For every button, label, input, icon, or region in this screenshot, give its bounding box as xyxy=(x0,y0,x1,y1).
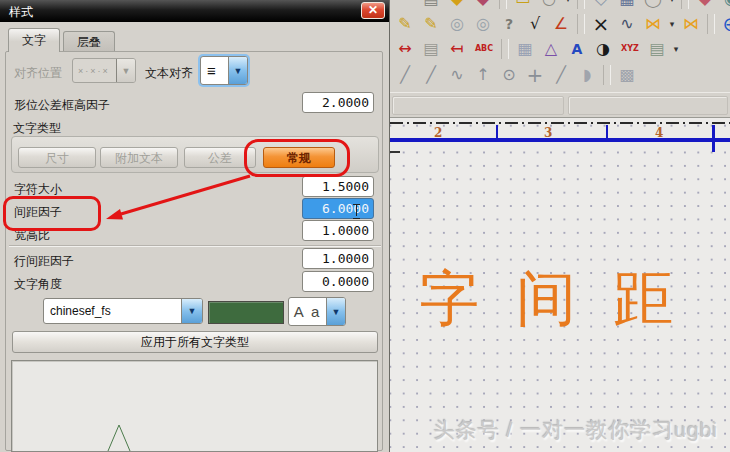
note-icon[interactable]: ▤ xyxy=(644,37,670,61)
drawing-canvas[interactable]: 2 3 4 字 间 距 头条号 / 一对一教你学习ugbi xyxy=(390,117,730,452)
font-select[interactable]: chinesef_fs ▼ xyxy=(43,298,203,324)
tab-text[interactable]: 文字 xyxy=(8,28,60,52)
toolbar-separator xyxy=(577,0,585,9)
wrench-tool-icon[interactable]: ◆ xyxy=(444,0,470,11)
table-icon[interactable]: ▦ xyxy=(614,0,640,11)
segment-icon[interactable]: ╱ xyxy=(548,63,574,87)
dialog-title: 样式 xyxy=(9,4,33,21)
line-spacing-input[interactable] xyxy=(302,248,374,269)
border-tick xyxy=(712,125,715,152)
text-angle-input[interactable] xyxy=(302,271,374,292)
dimension-x-icon[interactable]: ↤ xyxy=(444,37,470,61)
zoom-plane-icon[interactable]: ◎ xyxy=(470,12,496,36)
spacing-factor-input[interactable] xyxy=(302,198,374,219)
datum-target-icon[interactable]: ◑ xyxy=(590,37,616,61)
aspect-ratio-label: 宽高比 xyxy=(14,227,50,244)
char-size-label: 字符大小 xyxy=(14,181,62,198)
toolbar-separator xyxy=(577,14,585,34)
view-rotate-icon[interactable]: ◉ xyxy=(718,0,730,11)
pin-icon[interactable]: ◆ xyxy=(692,0,718,11)
line-icon[interactable]: ╱ xyxy=(392,63,418,87)
pencil-erase-icon[interactable]: ✎ xyxy=(392,12,418,36)
pencil-icon[interactable]: ✎ xyxy=(418,12,444,36)
apply-all-text-types-button[interactable]: 应用于所有文字类型 xyxy=(12,331,378,353)
text-align-select[interactable]: ≡ ▼ xyxy=(200,56,248,85)
angle-measure-icon[interactable]: ∠ xyxy=(548,12,574,36)
delete-x-icon[interactable]: × xyxy=(588,12,614,36)
plus-icon[interactable]: + xyxy=(522,63,548,87)
surface-icon[interactable]: ◗ xyxy=(574,63,600,87)
canvas-character: 字 xyxy=(419,266,479,332)
dialog-titlebar[interactable]: 样式 ✕ xyxy=(0,0,389,22)
section-divider xyxy=(9,245,381,247)
border-tick xyxy=(496,125,498,139)
help-icon[interactable]: ◯ xyxy=(640,0,666,11)
toolbar-row-2: ✎✎◎◎?√∠×∿⋈▾⋈⊕▾▣▾ xyxy=(392,12,730,36)
solid-box-icon[interactable]: ▩ xyxy=(614,63,640,87)
char-size-input[interactable] xyxy=(302,176,374,197)
align-position-select[interactable]: ×·×·× ▼ xyxy=(72,58,136,83)
sheet-edit-icon[interactable]: ▤ xyxy=(418,37,444,61)
close-button[interactable]: ✕ xyxy=(361,2,385,19)
chevron-down-icon[interactable]: ▼ xyxy=(228,57,247,84)
dimension-text-icon[interactable]: ABC xyxy=(470,37,498,61)
magnifier-plane-icon[interactable]: ◎ xyxy=(444,12,470,36)
toolbar-dock-strip xyxy=(390,92,730,118)
paint-tool-icon[interactable]: ◆ xyxy=(470,0,496,11)
color-swatch-button[interactable] xyxy=(208,301,284,324)
dropdown-icon[interactable]: ▾ xyxy=(666,12,678,36)
type-tolerance-button[interactable]: 公差 xyxy=(184,147,256,168)
toolbar-separator xyxy=(501,39,509,59)
align-left-icon: ≡ xyxy=(201,63,216,78)
line-spacing-label: 行间距因子 xyxy=(14,253,74,270)
case-select[interactable]: A a ▼ xyxy=(288,297,346,326)
toolbar-row-1: ▤◆◆▭◔▾◇▦◯▾◆◉◉ xyxy=(390,0,730,11)
align-position-label: 对齐位置 xyxy=(14,65,62,82)
preview-panel xyxy=(11,360,378,452)
type-dimension-button[interactable]: 尺寸 xyxy=(18,147,96,168)
sqrt-check-icon[interactable]: √ xyxy=(522,12,548,36)
toolbar-separator xyxy=(681,0,689,9)
drawing-border-line xyxy=(390,138,730,142)
toolbar-separator xyxy=(499,0,507,9)
target-point-icon[interactable]: ⊕ xyxy=(718,12,730,36)
text-angle-label: 文字角度 xyxy=(14,276,62,293)
dropdown-icon[interactable]: ▾ xyxy=(562,0,574,11)
dropdown-icon[interactable]: ▾ xyxy=(670,37,682,61)
chevron-down-icon[interactable]: ▼ xyxy=(326,298,345,325)
note-edit-icon[interactable]: ▤ xyxy=(418,0,444,11)
mirror-icon[interactable]: ⋈ xyxy=(640,12,666,36)
inclined-line-icon[interactable]: ╱ xyxy=(418,63,444,87)
toolbar-row-3: ↔▤↤ABC▦△A◑XYZ▤▾ xyxy=(392,37,682,61)
circle-center-icon[interactable]: ⊙ xyxy=(496,63,522,87)
case-value: A a xyxy=(289,303,326,320)
close-icon: ✕ xyxy=(368,3,378,17)
type-appended-text-button[interactable]: 附加文本 xyxy=(100,147,178,168)
type-general-button[interactable]: 常规 xyxy=(263,147,335,168)
text-leader-icon[interactable]: A xyxy=(564,37,590,61)
aspect-ratio-input[interactable] xyxy=(302,220,374,241)
plane-icon[interactable]: ◇ xyxy=(588,0,614,11)
dropdown-icon[interactable]: ▾ xyxy=(666,0,678,11)
triangle-icon[interactable]: △ xyxy=(538,37,564,61)
arrow-curve-icon[interactable]: ↑ xyxy=(470,63,496,87)
mirror-edit-icon[interactable]: ⋈ xyxy=(678,12,704,36)
grid-icon[interactable]: ▦ xyxy=(512,37,538,61)
tab-stack[interactable]: 层叠 xyxy=(63,31,115,52)
protractor-icon[interactable]: ◔ xyxy=(536,0,562,11)
chevron-down-icon[interactable]: ▼ xyxy=(181,299,202,323)
dimension-icon[interactable]: ↔ xyxy=(392,37,418,61)
spline-icon[interactable]: ∿ xyxy=(444,63,470,87)
gdt-frame-height-input[interactable] xyxy=(302,92,374,113)
text-align-label: 文本对齐 xyxy=(145,65,193,82)
toolbar-separator xyxy=(707,14,715,34)
curve-blend-icon[interactable]: ∿ xyxy=(614,12,640,36)
canvas-character: 距 xyxy=(613,266,673,332)
edge-mark xyxy=(390,151,400,153)
empty-toolbar-slot xyxy=(392,96,564,115)
app-screen: { "dialog": { "title": "样式", "close_glyp… xyxy=(0,0,730,452)
ruler-icon[interactable]: ▭ xyxy=(510,0,536,11)
query-icon[interactable]: ? xyxy=(496,12,522,36)
preview-glyph-triangle xyxy=(12,361,377,451)
coordinate-xyz-icon[interactable]: XYZ xyxy=(616,37,644,61)
